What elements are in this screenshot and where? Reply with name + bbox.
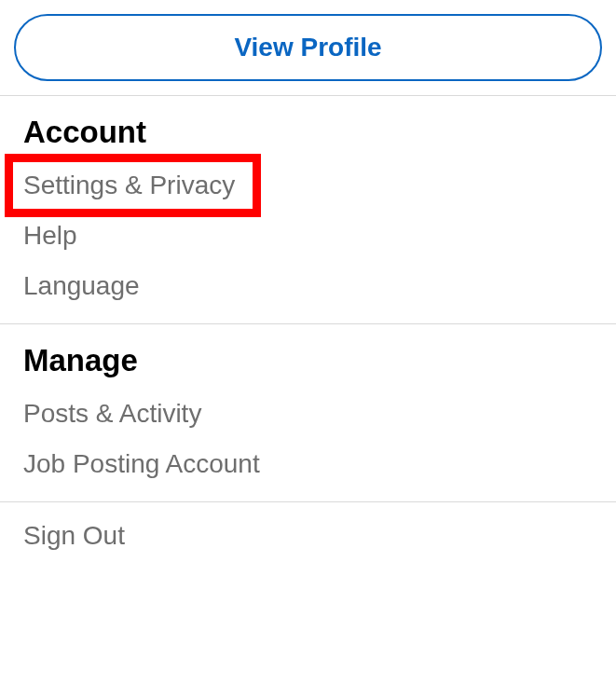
language-label: Language — [23, 271, 140, 300]
account-section: Account Settings & Privacy Help Language — [0, 96, 616, 323]
sign-out-label: Sign Out — [23, 521, 125, 550]
job-posting-item[interactable]: Job Posting Account — [23, 449, 593, 479]
help-item[interactable]: Help — [23, 221, 593, 251]
help-label: Help — [23, 221, 77, 250]
manage-section-title: Manage — [23, 343, 593, 378]
menu-container: View Profile Account Settings & Privacy … — [0, 14, 616, 569]
manage-section: Manage Posts & Activity Job Posting Acco… — [0, 324, 616, 501]
posts-activity-item[interactable]: Posts & Activity — [23, 399, 593, 429]
language-item[interactable]: Language — [23, 271, 593, 301]
view-profile-button[interactable]: View Profile — [14, 14, 602, 81]
posts-activity-label: Posts & Activity — [23, 399, 201, 428]
account-section-title: Account — [23, 115, 593, 150]
settings-privacy-label: Settings & Privacy — [23, 171, 235, 199]
settings-privacy-item[interactable]: Settings & Privacy — [23, 171, 593, 200]
sign-out-item[interactable]: Sign Out — [23, 521, 593, 551]
signout-section: Sign Out — [0, 502, 616, 569]
job-posting-label: Job Posting Account — [23, 449, 260, 478]
